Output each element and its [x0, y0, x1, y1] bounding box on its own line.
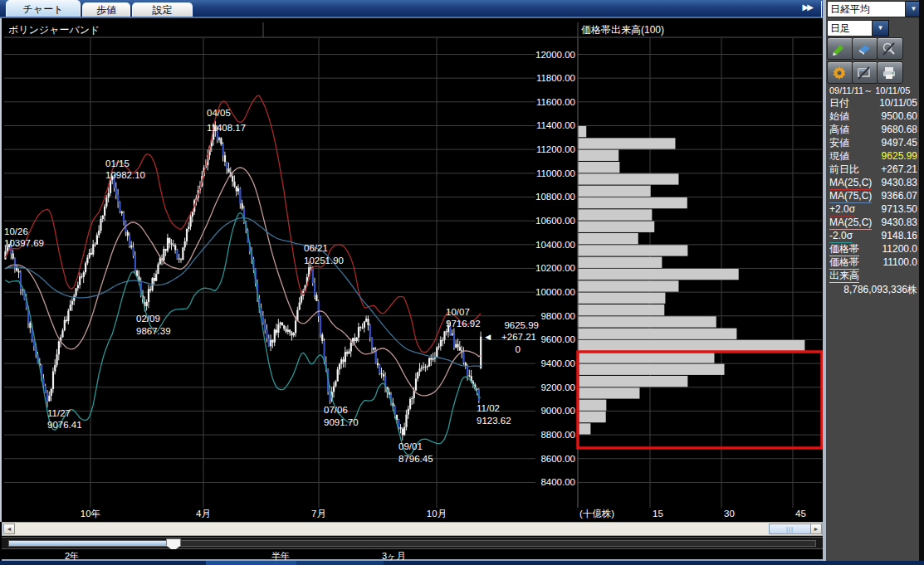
quote-row-label: MA(25,C): [829, 217, 872, 230]
svg-text:9716.92: 9716.92: [446, 319, 481, 329]
quote-row: -2.0σ9148.16: [826, 230, 919, 243]
svg-text:9600.00: 9600.00: [540, 334, 575, 344]
gear-button[interactable]: [827, 61, 853, 84]
timeframe-select-value: 日足: [827, 20, 873, 37]
svg-text:30: 30: [724, 509, 735, 519]
main-chart-canvas[interactable]: ボリンジャーバンド価格帯出来高(100)12000.0011800.001160…: [2, 18, 823, 522]
svg-text:11600.00: 11600.00: [536, 97, 575, 107]
svg-text:15: 15: [653, 509, 663, 519]
zoom-disabled-icon: [882, 41, 897, 56]
svg-text:11800.00: 11800.00: [536, 73, 575, 83]
svg-text:8800.00: 8800.00: [540, 430, 575, 440]
zoom-disabled-button[interactable]: [877, 37, 903, 60]
svg-text:8796.45: 8796.45: [398, 454, 433, 464]
svg-text:価格帯出来高(100): 価格帯出来高(100): [581, 24, 664, 36]
eraser-icon: [857, 41, 872, 56]
quote-row-value: 11200.0: [882, 243, 918, 256]
quote-row: 高値9680.68: [826, 124, 919, 137]
volume-profile-bar: [579, 329, 737, 339]
quote-row-value: 9497.45: [882, 137, 917, 149]
svg-text:11400.00: 11400.00: [536, 120, 575, 130]
printer-button[interactable]: [877, 61, 903, 84]
bottom-status-strip: [0, 561, 924, 565]
quote-row-value: 9430.83: [882, 217, 917, 229]
screen-disabled-button[interactable]: [852, 61, 878, 84]
svg-text:9867.39: 9867.39: [136, 326, 171, 336]
tab-settings[interactable]: 設定: [132, 2, 193, 17]
svg-text:0: 0: [516, 344, 521, 354]
svg-text:45: 45: [795, 509, 806, 519]
tab-price-ticks[interactable]: 歩値: [82, 2, 130, 17]
quote-row: 日付10/11/05: [826, 97, 919, 110]
svg-text:11200.00: 11200.00: [536, 144, 575, 154]
svg-text:◄: ◄: [483, 332, 492, 342]
quote-row: 現値9625.99: [826, 150, 919, 163]
quote-row: 価格帯11100.0: [826, 256, 919, 270]
date-range-label: 09/11/11～ 10/11/05: [829, 85, 910, 97]
volume-profile-bar: [579, 197, 687, 208]
volume-profile-bar: [579, 269, 739, 280]
svg-text:9123.62: 9123.62: [477, 416, 511, 426]
svg-text:09/01: 09/01: [398, 441, 423, 451]
volume-profile-bar: [579, 150, 619, 161]
top-tab-bar: チャート 歩値 設定 ▶▶: [0, 0, 823, 18]
svg-text:10251.90: 10251.90: [304, 256, 344, 265]
svg-text:ボリンジャーバンド: ボリンジャーバンド: [8, 24, 100, 36]
svg-text:11408.17: 11408.17: [207, 123, 246, 133]
tab-chart[interactable]: チャート: [6, 0, 81, 17]
svg-text:(十億株): (十億株): [579, 509, 614, 519]
svg-text:8400.00: 8400.00: [540, 477, 575, 487]
quote-row-value: 9500.60: [882, 110, 917, 123]
svg-text:10200.00: 10200.00: [535, 263, 575, 273]
chart-horizontal-scrollbar[interactable]: ◄ ||| ►: [2, 522, 823, 536]
svg-text:10800.00: 10800.00: [535, 192, 575, 202]
chart-panel: ボリンジャーバンド価格帯出来高(100)12000.0011800.001160…: [0, 18, 823, 522]
quote-row-label: 前日比: [829, 163, 859, 176]
symbol-select-value: 日経平均: [827, 1, 906, 17]
quote-row: MA(25,C)9430.83: [826, 177, 919, 190]
scroll-left-button[interactable]: ◄: [3, 524, 15, 534]
eraser-button[interactable]: [852, 37, 878, 60]
svg-text:10982.10: 10982.10: [105, 170, 145, 180]
timeframe-select[interactable]: 日足 ▼: [827, 20, 890, 37]
printer-icon: [882, 66, 897, 80]
pencil-icon: [832, 41, 847, 56]
quote-row-value: 9366.07: [882, 190, 917, 202]
strip-segment: [206, 561, 296, 565]
quote-row-label: +2.0σ: [829, 203, 855, 217]
quote-row-value: 9713.50: [882, 203, 917, 216]
total-volume-value: 8,786,093,336株: [826, 283, 917, 297]
quote-row-label: 出来高: [829, 270, 859, 283]
scrollbar-thumb[interactable]: |||: [769, 524, 811, 534]
svg-text:10/07: 10/07: [446, 307, 470, 317]
svg-text:10月: 10月: [427, 509, 447, 519]
pencil-button[interactable]: [827, 37, 853, 60]
symbol-select[interactable]: 日経平均 ▼: [827, 1, 923, 17]
svg-text:11/27: 11/27: [47, 408, 71, 418]
quote-row: MA(75,C)9366.07: [826, 190, 919, 203]
slider-fill: [9, 541, 172, 546]
svg-text:10397.69: 10397.69: [4, 238, 44, 248]
quote-sidebar: 日経平均 ▼ 日足 ▼ 09/11/11～ 10/11/05 日付10/11/0…: [826, 0, 924, 561]
timeframe-select-arrow-icon[interactable]: ▼: [873, 20, 889, 37]
svg-text:10600.00: 10600.00: [535, 216, 575, 226]
svg-text:9400.00: 9400.00: [540, 358, 575, 368]
gear-icon: [832, 66, 847, 80]
scroll-right-button[interactable]: ►: [810, 524, 822, 534]
quote-row-label: 価格帯: [829, 243, 859, 256]
quote-row-label: 始値: [829, 110, 849, 123]
svg-text:04/05: 04/05: [207, 108, 231, 118]
expand-chevrons-icon[interactable]: ▶▶: [803, 2, 812, 12]
volume-profile-bar: [579, 400, 607, 411]
svg-text:10/26: 10/26: [4, 226, 28, 236]
svg-text:10000.00: 10000.00: [535, 287, 575, 297]
volume-profile-bar: [579, 233, 638, 244]
quote-row-value: 10/11/05: [879, 97, 917, 110]
time-range-slider[interactable]: [2, 537, 823, 549]
volume-profile-bar: [579, 245, 688, 256]
quote-row-value: 9680.68: [882, 124, 917, 136]
volume-profile-bar: [579, 138, 676, 149]
svg-text:02/09: 02/09: [136, 314, 160, 324]
quote-data-rows: 日付10/11/05始値9500.60高値9680.68安値9497.45現値9…: [826, 97, 919, 283]
quote-row-value: 11100.0: [882, 256, 917, 269]
